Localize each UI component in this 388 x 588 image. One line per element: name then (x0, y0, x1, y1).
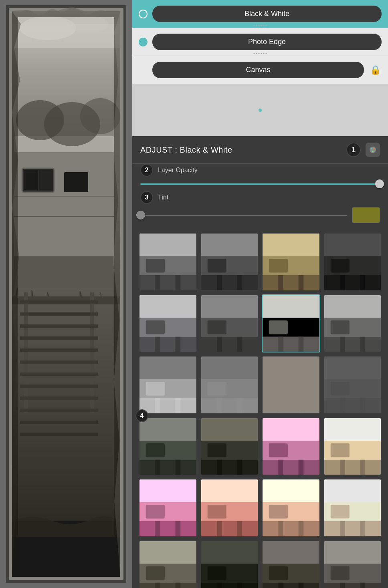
svg-rect-195 (269, 566, 288, 580)
svg-rect-190 (217, 582, 222, 588)
svg-rect-155 (155, 521, 160, 536)
svg-rect-23 (20, 336, 98, 340)
svg-rect-6 (14, 256, 114, 288)
svg-rect-28 (20, 397, 98, 400)
svg-rect-67 (139, 295, 196, 318)
svg-rect-182 (139, 582, 196, 588)
svg-rect-93 (360, 336, 365, 352)
svg-rect-193 (263, 541, 319, 564)
svg-rect-29 (20, 409, 98, 412)
thumb-1[interactable] (139, 233, 197, 291)
thumb-2[interactable] (200, 233, 259, 291)
svg-rect-1 (12, 11, 120, 577)
thumb-14[interactable] (200, 417, 259, 476)
svg-rect-141 (278, 459, 283, 475)
opacity-thumb[interactable] (375, 179, 384, 188)
svg-rect-133 (201, 459, 258, 475)
thumb-11[interactable] (262, 356, 320, 414)
thumb-20[interactable] (323, 479, 382, 537)
canvas-button[interactable]: Canvas (152, 62, 364, 78)
tint-thumb[interactable] (136, 211, 145, 219)
svg-rect-181 (146, 566, 165, 580)
svg-rect-50 (217, 275, 222, 290)
palette-button[interactable] (366, 143, 380, 157)
svg-rect-65 (360, 275, 365, 290)
photo-edge-toggle[interactable] (139, 38, 148, 46)
svg-rect-41 (146, 259, 165, 273)
tint-row (140, 207, 380, 223)
svg-rect-160 (207, 505, 226, 519)
svg-rect-91 (324, 336, 381, 352)
svg-rect-167 (269, 505, 288, 519)
svg-rect-62 (330, 259, 349, 273)
thumb-10[interactable] (200, 356, 259, 414)
thumb-18[interactable] (200, 479, 259, 537)
svg-rect-163 (237, 521, 242, 536)
step-2-badge: 2 (140, 164, 153, 177)
canvas-toggle-empty (139, 66, 148, 75)
thumb-9[interactable] (139, 356, 197, 414)
thumb-24[interactable] (323, 540, 382, 588)
thumb-7-selected[interactable] (262, 294, 320, 353)
thumb-17[interactable] (139, 479, 197, 537)
thumb-4[interactable] (323, 233, 382, 291)
svg-rect-72 (176, 336, 181, 352)
svg-rect-179 (139, 541, 196, 564)
photo-edge-layer[interactable]: Photo Edge (132, 28, 388, 56)
svg-rect-74 (201, 295, 258, 318)
svg-rect-189 (201, 582, 258, 588)
thumb-15[interactable] (262, 417, 320, 476)
svg-rect-55 (269, 259, 288, 273)
svg-rect-156 (176, 521, 181, 536)
thumb-5[interactable] (139, 294, 197, 353)
svg-rect-78 (217, 336, 222, 352)
opacity-slider[interactable] (140, 180, 380, 188)
svg-rect-135 (237, 459, 242, 475)
tint-slider[interactable] (140, 211, 347, 219)
svg-rect-120 (340, 398, 345, 413)
svg-rect-84 (263, 336, 319, 352)
svg-rect-170 (299, 521, 304, 536)
thumb-21[interactable] (139, 540, 197, 588)
svg-rect-56 (263, 275, 319, 290)
black-white-toggle[interactable] (139, 10, 148, 18)
svg-rect-153 (146, 505, 165, 519)
thumb-23[interactable] (262, 540, 320, 588)
photo-edge-button[interactable]: Photo Edge (152, 34, 382, 50)
thumb-12[interactable] (323, 356, 382, 414)
tint-section: 3 Tint (132, 191, 388, 230)
canvas-layer[interactable]: Canvas 🔒 (132, 56, 388, 84)
black-white-layer[interactable]: Black & White (132, 0, 388, 28)
tint-color-swatch[interactable] (352, 207, 380, 223)
thumb-13[interactable] (139, 417, 197, 476)
svg-rect-144 (324, 418, 381, 441)
step-3-badge: 3 (140, 191, 153, 204)
thumbnails-area[interactable]: 4 (132, 230, 388, 588)
svg-rect-44 (176, 275, 181, 290)
svg-rect-139 (269, 443, 288, 457)
svg-point-3 (68, 16, 108, 32)
svg-rect-204 (340, 582, 345, 588)
svg-rect-30 (20, 421, 98, 424)
svg-rect-25 (20, 360, 98, 364)
opacity-section: 2 Layer Opacity (132, 164, 388, 191)
thumb-3[interactable] (262, 233, 320, 291)
svg-rect-191 (237, 582, 242, 588)
thumb-19[interactable] (262, 479, 320, 537)
thumb-16[interactable] (323, 417, 382, 476)
svg-rect-158 (201, 479, 258, 502)
svg-rect-147 (324, 459, 381, 475)
svg-rect-137 (263, 418, 319, 441)
svg-rect-177 (360, 521, 365, 536)
thumb-6[interactable] (200, 294, 259, 353)
tint-label: Tint (158, 194, 168, 201)
svg-rect-188 (207, 566, 226, 580)
svg-rect-168 (263, 521, 319, 536)
svg-rect-205 (360, 582, 365, 588)
svg-rect-76 (207, 320, 226, 334)
thumb-8[interactable] (323, 294, 382, 353)
svg-rect-116 (324, 356, 381, 379)
black-white-button[interactable]: Black & White (152, 6, 382, 22)
svg-rect-114 (299, 398, 304, 413)
thumb-22[interactable] (200, 540, 259, 588)
